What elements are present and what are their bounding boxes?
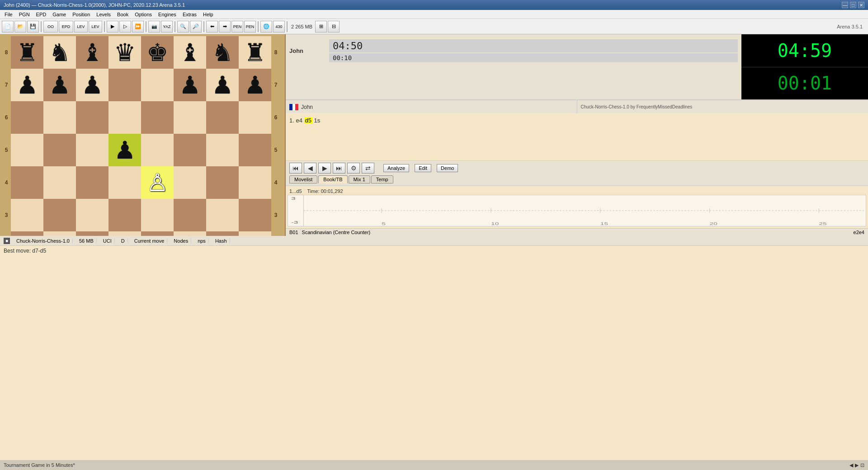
settings-button[interactable]: ⚙	[347, 163, 360, 174]
square-a6[interactable]	[11, 101, 43, 134]
square-a5[interactable]	[11, 134, 43, 166]
square-e4[interactable]: ♙	[141, 166, 174, 199]
square-c7[interactable]: ♟	[76, 69, 108, 101]
last-move-button[interactable]: ⏭	[333, 163, 345, 174]
toolbar-pen2[interactable]: PEN	[244, 21, 256, 33]
toolbar-fast[interactable]: ⏩	[132, 21, 144, 33]
menu-game[interactable]: Game	[50, 11, 69, 18]
menu-options[interactable]: Options	[132, 11, 155, 18]
square-c3[interactable]	[76, 199, 108, 231]
minimize-button[interactable]: —	[842, 2, 848, 8]
menu-extras[interactable]: Extras	[180, 11, 199, 18]
square-h8[interactable]: ♜	[239, 36, 271, 69]
toolbar-right[interactable]: ➡	[219, 21, 231, 33]
square-d4[interactable]	[108, 166, 141, 199]
square-c5[interactable]	[76, 134, 108, 166]
square-a3[interactable]	[11, 199, 43, 231]
square-f8[interactable]: ♝	[174, 36, 206, 69]
toolbar-play[interactable]: ▶	[107, 21, 118, 33]
square-d3[interactable]	[108, 199, 141, 231]
square-b4[interactable]	[43, 166, 76, 199]
next-move-button[interactable]: ▶	[318, 163, 331, 174]
toolbar-lev2[interactable]: LEV	[89, 21, 102, 33]
maximize-button[interactable]: □	[850, 2, 856, 8]
analyze-button[interactable]: Analyze	[383, 164, 409, 172]
square-e6[interactable]	[141, 101, 174, 134]
demo-button[interactable]: Demo	[437, 164, 458, 172]
edit-button[interactable]: Edit	[415, 164, 431, 172]
tab-movelist[interactable]: Movelist	[289, 175, 317, 183]
square-h6[interactable]	[239, 101, 271, 134]
square-c4[interactable]	[76, 166, 108, 199]
toolbar-epd-btn[interactable]: EPD	[59, 21, 73, 33]
menu-pgn[interactable]: PGN	[16, 11, 33, 18]
menu-book[interactable]: Book	[114, 11, 131, 18]
titlebar-controls[interactable]: — □ ✕	[842, 2, 864, 8]
toolbar-board[interactable]: ⊞	[315, 21, 327, 33]
toolbar-extra1[interactable]: 430	[273, 21, 285, 33]
square-a4[interactable]	[11, 166, 43, 199]
square-c6[interactable]	[76, 101, 108, 134]
toolbar-open[interactable]: 📂	[14, 21, 26, 33]
menu-position[interactable]: Position	[70, 11, 93, 18]
square-f4[interactable]	[174, 166, 206, 199]
square-e5[interactable]	[141, 134, 174, 166]
square-b3[interactable]	[43, 199, 76, 231]
square-h5[interactable]	[239, 134, 271, 166]
toolbar-lev[interactable]: LEV	[74, 21, 88, 33]
toolbar-yaz[interactable]: YAZ	[161, 21, 173, 33]
toolbar-grid[interactable]: ⊟	[328, 21, 340, 33]
square-g4[interactable]	[206, 166, 239, 199]
toolbar-pen[interactable]: PEN	[231, 21, 243, 33]
scroll-left-icon[interactable]: ◀	[849, 462, 853, 468]
toolbar-zoom2[interactable]: 🔎	[190, 21, 202, 33]
square-b7[interactable]: ♟	[43, 69, 76, 101]
menu-file[interactable]: File	[2, 11, 15, 18]
square-e7[interactable]	[141, 69, 174, 101]
first-move-button[interactable]: ⏮	[289, 163, 302, 174]
square-g3[interactable]	[206, 199, 239, 231]
square-h4[interactable]	[239, 166, 271, 199]
square-d8[interactable]: ♛	[108, 36, 141, 69]
square-g6[interactable]	[206, 101, 239, 134]
square-a7[interactable]: ♟	[11, 69, 43, 101]
square-b6[interactable]	[43, 101, 76, 134]
square-g7[interactable]: ♟	[206, 69, 239, 101]
toolbar-oo[interactable]: OO	[43, 21, 58, 33]
square-a8[interactable]: ♜	[11, 36, 43, 69]
menu-levels[interactable]: Levels	[94, 11, 113, 18]
toolbar-new[interactable]: 📄	[2, 21, 14, 33]
square-f7[interactable]: ♟	[174, 69, 206, 101]
square-b5[interactable]	[43, 134, 76, 166]
square-e3[interactable]	[141, 199, 174, 231]
square-d7[interactable]	[108, 69, 141, 101]
tab-booktb[interactable]: Book/TB	[318, 175, 347, 183]
toolbar-play2[interactable]: ▷	[119, 21, 131, 33]
tab-temp[interactable]: Temp	[371, 175, 393, 183]
square-e8[interactable]: ♚	[141, 36, 174, 69]
menu-help[interactable]: Help	[200, 11, 216, 18]
flip-button[interactable]: ⇄	[362, 163, 374, 174]
square-d2[interactable]: ♙	[108, 231, 141, 236]
square-f2[interactable]: ♙	[174, 231, 206, 236]
close-button[interactable]: ✕	[858, 2, 864, 8]
square-d6[interactable]	[108, 101, 141, 134]
square-h3[interactable]	[239, 199, 271, 231]
menu-epd[interactable]: EPD	[33, 11, 49, 18]
toolbar-save[interactable]: 💾	[27, 21, 39, 33]
square-h7[interactable]: ♟	[239, 69, 271, 101]
square-c8[interactable]: ♝	[76, 36, 108, 69]
square-h2[interactable]: ♙	[239, 231, 271, 236]
prev-move-button[interactable]: ◀	[304, 163, 316, 174]
toolbar-left[interactable]: ⬅	[206, 21, 218, 33]
square-e2[interactable]	[141, 231, 174, 236]
square-f3[interactable]	[174, 199, 206, 231]
tab-mix1[interactable]: Mix 1	[349, 175, 370, 183]
square-g5[interactable]	[206, 134, 239, 166]
toolbar-zoom1[interactable]: 🔍	[177, 21, 189, 33]
square-b8[interactable]: ♞	[43, 36, 76, 69]
menu-engines[interactable]: Engines	[156, 11, 179, 18]
resize-icon[interactable]: ⊡	[860, 462, 864, 468]
scroll-right-icon[interactable]: ▶	[855, 462, 859, 468]
square-g8[interactable]: ♞	[206, 36, 239, 69]
